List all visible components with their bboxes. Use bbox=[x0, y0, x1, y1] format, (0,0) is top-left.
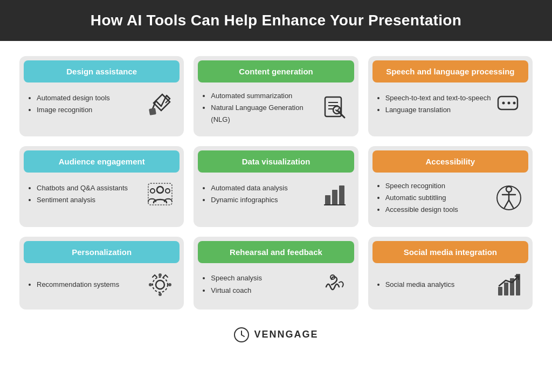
card-body-design-assistance: Automated design toolsImage recognition bbox=[19, 88, 184, 120]
card-header-social-media: Social media integration bbox=[372, 241, 528, 263]
list-item: Recommendation systems bbox=[37, 279, 119, 291]
svg-point-19 bbox=[506, 187, 512, 192]
card-accessibility: AccessibilitySpeech recognitionAutomatic… bbox=[368, 146, 533, 226]
card-personalization: PersonalizationRecommendation systems bbox=[19, 237, 184, 310]
rehearsal-icon bbox=[319, 271, 351, 299]
svg-rect-16 bbox=[332, 190, 337, 205]
list-item: Automated data analysis bbox=[211, 182, 287, 194]
list-item: Chatbots and Q&A assistants bbox=[37, 182, 128, 194]
list-item: Image recognition bbox=[37, 104, 110, 116]
card-header-speech-language: Speech and language processing bbox=[372, 60, 528, 82]
card-header-rehearsal-feedback: Rehearsal and feedback bbox=[198, 241, 354, 263]
svg-point-9 bbox=[508, 102, 510, 105]
svg-rect-28 bbox=[498, 287, 502, 295]
card-text-social-media: Social media analytics bbox=[376, 279, 455, 291]
data-icon bbox=[319, 180, 351, 208]
card-audience-engagement: Audience engagementChatbots and Q&A assi… bbox=[19, 146, 184, 226]
svg-point-21 bbox=[156, 280, 164, 289]
audience-icon bbox=[144, 180, 176, 208]
list-item: Sentiment analysis bbox=[37, 194, 128, 206]
brand-logo: VENNGAGE bbox=[233, 327, 318, 343]
card-header-design-assistance: Design assistance bbox=[24, 60, 180, 82]
list-item: Speech-to-text and text-to-speech bbox=[385, 92, 491, 104]
svg-line-34 bbox=[242, 335, 244, 336]
card-body-data-visualization: Automated data analysisDynamic infograph… bbox=[194, 178, 358, 210]
svg-point-13 bbox=[165, 189, 170, 193]
list-item: Speech recognition bbox=[385, 180, 458, 192]
card-header-accessibility: Accessibility bbox=[372, 150, 528, 173]
card-text-data-visualization: Automated data analysisDynamic infograph… bbox=[201, 182, 287, 206]
card-text-rehearsal-feedback: Speech analysisVirtual coach bbox=[201, 272, 262, 296]
design-icon bbox=[144, 90, 176, 118]
svg-rect-29 bbox=[504, 283, 508, 295]
svg-point-11 bbox=[157, 187, 163, 193]
card-text-audience-engagement: Chatbots and Q&A assistantsSentiment ana… bbox=[27, 182, 128, 206]
list-item: Automated summarization bbox=[211, 90, 318, 102]
cards-grid: Design assistanceAutomated design toolsI… bbox=[19, 56, 533, 310]
svg-rect-15 bbox=[325, 195, 330, 205]
card-header-content-generation: Content generation bbox=[198, 60, 354, 82]
card-text-accessibility: Speech recognitionAutomatic subtitlingAc… bbox=[376, 180, 458, 216]
list-item: Social media analytics bbox=[385, 279, 455, 291]
card-body-audience-engagement: Chatbots and Q&A assistantsSentiment ana… bbox=[19, 178, 184, 210]
svg-rect-17 bbox=[339, 185, 344, 205]
card-text-speech-language: Speech-to-text and text-to-speechLanguag… bbox=[376, 92, 491, 116]
footer: VENNGAGE bbox=[0, 318, 552, 348]
content-icon bbox=[319, 94, 351, 122]
list-item: Natural Language Generation (NLG) bbox=[211, 102, 318, 126]
card-social-media: Social media integrationSocial media ana… bbox=[368, 237, 533, 310]
svg-point-24 bbox=[158, 293, 162, 296]
svg-point-1 bbox=[152, 109, 155, 112]
card-speech-language: Speech and language processingSpeech-to-… bbox=[368, 56, 533, 136]
svg-point-8 bbox=[502, 102, 505, 105]
personalization-icon bbox=[144, 271, 176, 299]
svg-point-12 bbox=[150, 189, 155, 193]
card-text-content-generation: Automated summarizationNatural Language … bbox=[201, 90, 318, 126]
list-item: Accessible design tools bbox=[385, 204, 458, 216]
card-body-content-generation: Automated summarizationNatural Language … bbox=[194, 88, 358, 128]
card-data-visualization: Data visualizationAutomated data analysi… bbox=[194, 146, 358, 226]
svg-point-6 bbox=[333, 106, 341, 114]
list-item: Speech analysis bbox=[211, 272, 262, 284]
main-content: Design assistanceAutomated design toolsI… bbox=[0, 41, 552, 318]
card-body-speech-language: Speech-to-text and text-to-speechLanguag… bbox=[368, 88, 533, 120]
social-icon bbox=[493, 271, 525, 299]
brand-name: VENNGAGE bbox=[254, 329, 318, 340]
clock-icon bbox=[233, 327, 250, 343]
card-header-personalization: Personalization bbox=[24, 241, 180, 263]
svg-point-25 bbox=[149, 283, 152, 286]
card-header-data-visualization: Data visualization bbox=[198, 150, 354, 173]
card-header-audience-engagement: Audience engagement bbox=[24, 150, 180, 173]
card-body-accessibility: Speech recognitionAutomatic subtitlingAc… bbox=[368, 178, 533, 218]
svg-point-23 bbox=[158, 273, 162, 277]
page-title: How AI Tools Can Help Enhance Your Prese… bbox=[11, 12, 541, 29]
list-item: Language translation bbox=[385, 104, 491, 116]
card-body-social-media: Social media analytics bbox=[368, 269, 533, 301]
speech-icon bbox=[493, 90, 525, 118]
card-text-personalization: Recommendation systems bbox=[27, 279, 119, 291]
card-text-design-assistance: Automated design toolsImage recognition bbox=[27, 92, 110, 116]
svg-point-22 bbox=[153, 277, 168, 292]
header-bar: How AI Tools Can Help Enhance Your Prese… bbox=[0, 0, 552, 41]
card-content-generation: Content generationAutomated summarizatio… bbox=[194, 56, 358, 136]
card-body-personalization: Recommendation systems bbox=[19, 269, 184, 301]
card-rehearsal-feedback: Rehearsal and feedbackSpeech analysisVir… bbox=[194, 237, 358, 310]
list-item: Virtual coach bbox=[211, 285, 262, 297]
svg-point-26 bbox=[168, 283, 171, 286]
card-design-assistance: Design assistanceAutomated design toolsI… bbox=[19, 56, 184, 136]
accessibility-icon bbox=[493, 184, 525, 212]
card-body-rehearsal-feedback: Speech analysisVirtual coach bbox=[194, 269, 358, 301]
svg-point-10 bbox=[513, 102, 516, 105]
list-item: Automated design tools bbox=[37, 92, 110, 104]
list-item: Dynamic infographics bbox=[211, 194, 287, 206]
list-item: Automatic subtitling bbox=[385, 192, 458, 204]
